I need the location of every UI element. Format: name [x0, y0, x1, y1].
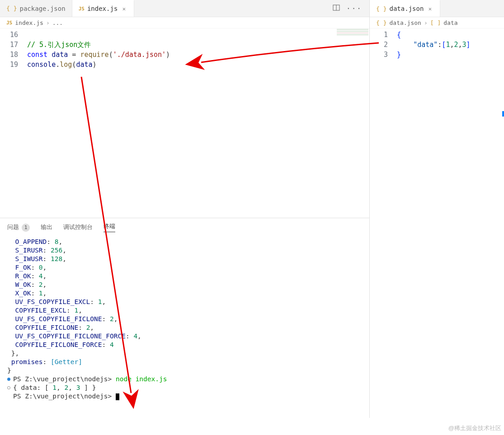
breadcrumb-file: index.js [15, 19, 43, 26]
tab-label: data.json [389, 5, 424, 12]
right-editor-group: { } data.json × { } data.json › [ ] data… [370, 0, 504, 418]
split-icon[interactable] [333, 4, 340, 13]
close-icon[interactable]: × [120, 5, 127, 12]
js-icon: JS [6, 20, 12, 26]
terminal[interactable]: O_APPEND: 8, S_IRUSR: 256, S_IWUSR: 128,… [0, 235, 369, 418]
breadcrumb-file: data.json [389, 19, 421, 26]
watermark: @稀土掘金技术社区 [448, 424, 501, 432]
bottom-panel: 问题 1 输出 调试控制台 终端 O_APPEND: 8, S_IRUSR: 2… [0, 218, 369, 418]
close-icon[interactable]: × [426, 5, 433, 12]
code-content[interactable]: // 5.引入json文件const data = require('./dat… [27, 30, 369, 218]
more-icon[interactable]: ··· [346, 4, 362, 13]
panel-tab-problems[interactable]: 问题 1 [7, 223, 30, 232]
tab-packagejson[interactable]: { } package.json [0, 0, 72, 17]
panel-tab-debug[interactable]: 调试控制台 [63, 223, 93, 232]
right-code-editor[interactable]: 123 { "data":[1,2,3]} [370, 28, 504, 418]
json-icon: { } [6, 5, 17, 12]
minimap[interactable] [337, 29, 368, 42]
left-tab-bar: { } package.json JS index.js × ··· [0, 0, 369, 17]
tab-label: package.json [19, 5, 65, 12]
json-icon: { } [376, 5, 386, 12]
problems-badge: 1 [22, 224, 30, 232]
panel-tab-terminal[interactable]: 终端 [104, 223, 115, 232]
right-tab-bar: { } data.json × [370, 0, 504, 17]
chevron-right-icon: › [46, 19, 50, 26]
right-breadcrumb[interactable]: { } data.json › [ ] data [370, 17, 504, 28]
chevron-right-icon: › [424, 19, 428, 26]
editor-actions: ··· [333, 0, 369, 17]
json-icon: { } [376, 19, 386, 26]
code-content[interactable]: { "data":[1,2,3]} [397, 30, 504, 418]
panel-tabs: 问题 1 输出 调试控制台 终端 [0, 218, 369, 235]
breadcrumb-ellipsis: ... [52, 19, 63, 26]
array-icon: [ ] [430, 19, 441, 26]
tab-label: index.js [87, 5, 118, 12]
breadcrumb-path: data [443, 19, 457, 26]
gutter: 123 [370, 30, 397, 418]
tab-indexjs[interactable]: JS index.js × [72, 0, 135, 17]
left-editor-group: { } package.json JS index.js × ··· JS in… [0, 0, 370, 418]
panel-tab-output[interactable]: 输出 [41, 223, 52, 232]
scroll-indicator [502, 111, 504, 117]
js-icon: JS [79, 6, 85, 12]
left-breadcrumb[interactable]: JS index.js › ... [0, 17, 369, 28]
tab-datajson[interactable]: { } data.json × [370, 0, 440, 17]
gutter: 16171819 [0, 30, 27, 218]
left-code-editor[interactable]: 16171819 // 5.引入json文件const data = requi… [0, 28, 369, 218]
